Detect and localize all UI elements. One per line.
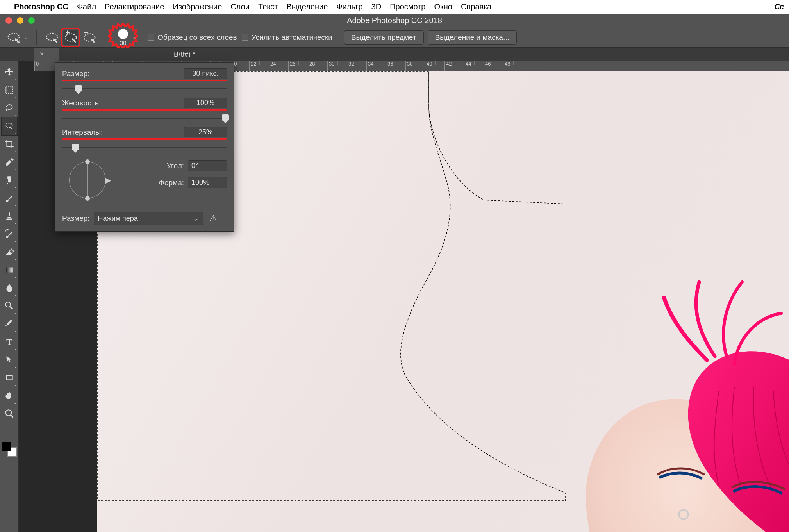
tool-lasso[interactable] xyxy=(2,99,17,117)
chevron-down-icon[interactable]: ⌄ xyxy=(132,34,136,40)
mac-menubar[interactable]: Photoshop CC Файл Редактирование Изображ… xyxy=(0,0,789,14)
menu-image[interactable]: Изображение xyxy=(173,2,222,11)
tool-pen[interactable] xyxy=(2,315,17,333)
menu-file[interactable]: Файл xyxy=(77,2,96,11)
roundness-value[interactable]: 100% xyxy=(188,177,227,188)
hardness-value[interactable]: 100% xyxy=(184,98,227,108)
hardness-underline-annotation xyxy=(62,109,227,111)
menu-type[interactable]: Текст xyxy=(258,2,278,11)
dynamics-select[interactable]: Нажим пера ⌄ xyxy=(94,212,203,225)
close-icon[interactable] xyxy=(5,17,12,24)
ruler-tick: 30 xyxy=(327,61,347,71)
angle-label: Угол: xyxy=(167,162,184,170)
spacing-value[interactable]: 25% xyxy=(184,127,227,137)
add-to-selection-icon[interactable] xyxy=(63,30,78,45)
auto-enhance-checkbox[interactable]: Усилить автоматически xyxy=(242,33,332,42)
brush-size-number: 30 xyxy=(120,40,127,46)
ruler-tick: 0 xyxy=(34,61,54,71)
tool-spot-healing[interactable] xyxy=(2,171,17,189)
angle-value[interactable]: 0° xyxy=(188,160,227,171)
ruler-tick: 48 xyxy=(503,61,523,71)
tool-edit-toolbar[interactable]: ⋯ xyxy=(2,428,17,439)
chevron-down-icon[interactable]: ⌄ xyxy=(23,34,29,40)
image-portrait xyxy=(578,290,789,532)
dynamics-size-label: Размер: xyxy=(62,214,90,223)
add-to-selection-highlight xyxy=(61,28,80,47)
new-selection-icon[interactable] xyxy=(45,30,59,45)
ruler-tick: 42 xyxy=(444,61,464,71)
menu-view[interactable]: Просмотр xyxy=(390,2,425,11)
document-tab[interactable]: × N xyxy=(34,48,59,61)
menu-select[interactable]: Выделение xyxy=(286,2,328,11)
tool-history-brush[interactable] xyxy=(2,225,17,243)
tool-eyedropper[interactable] xyxy=(2,153,17,171)
menu-help[interactable]: Справка xyxy=(461,2,491,11)
size-label: Размер: xyxy=(62,70,90,78)
hair-illustration xyxy=(570,274,789,532)
spacing-slider[interactable] xyxy=(62,144,227,151)
ruler-vertical-gutter xyxy=(19,61,34,532)
ruler-tick: 46 xyxy=(484,61,503,71)
ruler-tick: 28 xyxy=(308,61,327,71)
cc-logo-icon: Cc xyxy=(774,2,784,11)
tool-blur[interactable] xyxy=(2,279,17,297)
tool-zoom[interactable] xyxy=(2,405,17,423)
sample-all-label: Образец со всех слоев xyxy=(157,33,237,42)
menu-3d[interactable]: 3D xyxy=(371,2,382,11)
sample-all-layers-checkbox[interactable]: Образец со всех слоев xyxy=(148,33,237,42)
tool-move[interactable] xyxy=(2,63,17,81)
ruler-tick: 24 xyxy=(269,61,288,71)
ruler-tick: 22 xyxy=(249,61,269,71)
svg-point-11 xyxy=(5,302,11,307)
brush-picker-highlight: 30 ⌄ xyxy=(111,25,136,50)
svg-point-14 xyxy=(679,510,688,519)
select-and-mask-button[interactable]: Выделение и маска... xyxy=(428,30,517,45)
brush-angle-control[interactable]: ▶ xyxy=(66,159,109,202)
select-subject-button[interactable]: Выделить предмет xyxy=(344,30,424,45)
minimize-icon[interactable] xyxy=(17,17,23,24)
spacing-underline-annotation xyxy=(62,138,227,140)
brush-preview-icon[interactable] xyxy=(118,29,128,39)
tool-clone-stamp[interactable] xyxy=(2,207,17,225)
foreground-background-colors[interactable] xyxy=(2,442,17,457)
options-bar: ⌄ 30 ⌄ Образец со всех слоев Усилить авт… xyxy=(0,27,789,48)
tool-hand[interactable] xyxy=(2,387,17,405)
tool-rectangle[interactable] xyxy=(2,369,17,387)
tool-eraser[interactable] xyxy=(2,243,17,261)
svg-point-9 xyxy=(5,182,8,184)
close-tab-icon[interactable]: × xyxy=(40,50,44,58)
menu-window[interactable]: Окно xyxy=(434,2,452,11)
tool-gradient[interactable] xyxy=(2,261,17,279)
app-name[interactable]: Photoshop CC xyxy=(14,2,68,11)
foreground-color-swatch[interactable] xyxy=(2,442,11,451)
traffic-lights[interactable] xyxy=(0,17,35,24)
menu-edit[interactable]: Редактирование xyxy=(105,2,164,11)
svg-rect-12 xyxy=(6,376,12,380)
toolbox: ⋯ xyxy=(0,61,19,532)
tool-brush[interactable] xyxy=(2,189,17,207)
spacing-label: Интервалы: xyxy=(62,128,103,137)
size-value[interactable]: 30 пикс. xyxy=(184,68,227,79)
quick-select-preset-icon xyxy=(6,30,21,45)
subtract-selection-icon[interactable] xyxy=(82,30,97,45)
hardness-slider[interactable] xyxy=(62,114,227,121)
ruler-tick: 40 xyxy=(425,61,444,71)
tool-type[interactable] xyxy=(2,333,17,351)
roundness-label: Форма: xyxy=(159,179,184,187)
tool-preset[interactable]: ⌄ xyxy=(4,30,31,45)
tool-path-selection[interactable] xyxy=(2,351,17,369)
ruler-tick: 26 xyxy=(288,61,308,71)
menu-layers[interactable]: Слои xyxy=(230,2,250,11)
brush-settings-popup[interactable]: iB/8#) * Размер: 30 пикс. Жесткость: 100… xyxy=(55,62,234,232)
tool-marquee[interactable] xyxy=(2,81,17,99)
document-tabbar: × N xyxy=(0,48,789,61)
tool-crop[interactable] xyxy=(2,135,17,153)
tool-quick-selection[interactable] xyxy=(2,117,17,135)
tool-dodge[interactable] xyxy=(2,297,17,315)
ruler-tick: 44 xyxy=(464,61,484,71)
size-slider[interactable] xyxy=(62,85,227,92)
menu-filter[interactable]: Фильтр xyxy=(336,2,362,11)
zoom-icon[interactable] xyxy=(28,17,35,24)
ruler-tick: 36 xyxy=(386,61,405,71)
ruler-tick: 38 xyxy=(405,61,425,71)
